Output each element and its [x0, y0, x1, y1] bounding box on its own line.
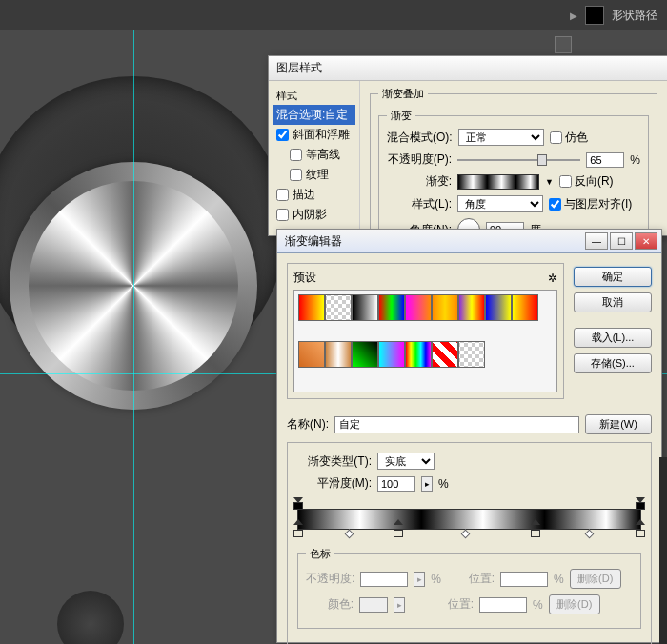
percent-label-2: %: [438, 477, 449, 491]
opacity-input[interactable]: [586, 152, 624, 168]
name-label: 名称(N):: [287, 416, 329, 433]
stop-color-location-label: 位置:: [426, 596, 474, 613]
style-label: 样式(L):: [387, 196, 452, 212]
styles-list: 样式 混合选项:自定 斜面和浮雕 等高线 纹理 描边 内阴影 内发光: [269, 81, 360, 237]
bevel-checkbox[interactable]: [276, 129, 289, 141]
gradient-preview[interactable]: [457, 174, 539, 190]
presets-group: 预设 ✲: [287, 263, 564, 399]
tool-button[interactable]: [555, 36, 572, 53]
blend-mode-select[interactable]: 正常: [458, 129, 544, 146]
ok-button[interactable]: 确定: [574, 267, 652, 287]
style-select[interactable]: 角度: [457, 195, 543, 212]
play-icon[interactable]: ▶: [570, 10, 577, 21]
presets-label: 预设: [293, 270, 316, 286]
maximize-button[interactable]: ☐: [610, 232, 633, 250]
stroke-item[interactable]: 描边: [273, 185, 355, 205]
close-button[interactable]: ✕: [635, 232, 657, 250]
align-label: 与图层对齐(I): [564, 196, 632, 212]
contour-checkbox[interactable]: [290, 149, 302, 161]
gradient-bar-editor[interactable]: [297, 509, 641, 530]
preset-swatch[interactable]: [325, 341, 352, 368]
gradient-overlay-legend: 渐变叠加: [378, 87, 428, 101]
preset-swatch[interactable]: [485, 294, 512, 321]
contour-item[interactable]: 等高线: [273, 145, 355, 165]
gradient-editor-titlebar[interactable]: 渐变编辑器 — ☐ ✕: [277, 230, 661, 253]
right-panel-edge: [659, 457, 667, 644]
color-stop[interactable]: [293, 530, 303, 541]
smoothness-input[interactable]: [377, 476, 415, 492]
gear-icon[interactable]: ✲: [548, 272, 557, 285]
color-stop[interactable]: [531, 530, 540, 541]
stop-location-label: 位置:: [447, 571, 495, 587]
preset-swatch[interactable]: [352, 294, 378, 321]
align-checkbox[interactable]: [549, 198, 561, 211]
save-button[interactable]: 存储(S)...: [574, 353, 652, 373]
gradient-sub-legend: 渐变: [387, 109, 415, 123]
stroke-checkbox[interactable]: [276, 189, 289, 201]
preset-swatch[interactable]: [405, 294, 432, 321]
preset-swatch[interactable]: [512, 294, 538, 321]
top-toolbar: ▶ 形状路径: [0, 0, 667, 30]
opacity-stop[interactable]: [293, 497, 303, 509]
small-dial: [57, 591, 124, 644]
stop-location-input[interactable]: [500, 572, 548, 587]
midpoint-handle[interactable]: [344, 530, 354, 539]
stop-opacity-input[interactable]: [360, 572, 408, 587]
opacity-slider[interactable]: [457, 159, 580, 161]
preset-swatch[interactable]: [432, 341, 458, 368]
cancel-button[interactable]: 取消: [574, 292, 652, 312]
preset-swatch[interactable]: [378, 294, 405, 321]
midpoint-handle[interactable]: [461, 530, 471, 539]
smoothness-label: 平滑度(M):: [297, 475, 372, 492]
gradient-label: 渐变:: [387, 173, 452, 190]
texture-checkbox[interactable]: [290, 169, 302, 181]
gradient-bar[interactable]: [297, 509, 641, 530]
inner-shadow-checkbox[interactable]: [276, 209, 289, 221]
color-stop[interactable]: [636, 530, 645, 541]
blend-mode-label: 混合模式(O):: [387, 130, 453, 146]
smoothness-stepper[interactable]: ▸: [421, 476, 433, 492]
stop-color-swatch[interactable]: [359, 597, 388, 613]
shape-path-label: 形状路径: [612, 8, 657, 24]
preset-swatch[interactable]: [325, 294, 352, 321]
stop-opacity-stepper[interactable]: ▸: [414, 572, 425, 587]
gradient-type-label: 渐变类型(T):: [297, 453, 372, 470]
preset-swatch[interactable]: [458, 294, 485, 321]
preset-swatch[interactable]: [378, 341, 405, 368]
preset-swatch[interactable]: [458, 341, 485, 368]
name-input[interactable]: [334, 416, 579, 433]
inner-shadow-item[interactable]: 内阴影: [273, 205, 355, 225]
reverse-label: 反向(R): [575, 173, 614, 190]
minimize-button[interactable]: —: [585, 232, 608, 250]
blending-options-item[interactable]: 混合选项:自定: [273, 105, 355, 125]
dither-label: 仿色: [565, 130, 588, 146]
midpoint-handle[interactable]: [585, 530, 595, 539]
opacity-stop[interactable]: [636, 497, 645, 509]
gradient-editor-dialog: 渐变编辑器 — ☐ ✕ 预设 ✲ 确定 取消 载入(L)...: [276, 229, 662, 643]
preset-swatch-grid[interactable]: [293, 290, 557, 392]
texture-item[interactable]: 纹理: [273, 165, 355, 185]
delete-opacity-stop-button[interactable]: 删除(D): [570, 569, 621, 589]
color-stop[interactable]: [394, 530, 403, 541]
preset-swatch[interactable]: [298, 294, 325, 321]
guide-vertical: [133, 0, 134, 644]
layer-style-titlebar[interactable]: 图层样式: [269, 56, 667, 81]
load-button[interactable]: 载入(L)...: [574, 328, 652, 348]
gradient-type-select[interactable]: 实底: [377, 453, 435, 470]
gradient-properties-group: 渐变类型(T): 实底 平滑度(M): ▸ %: [287, 442, 652, 644]
reverse-checkbox[interactable]: [559, 175, 572, 188]
preset-swatch[interactable]: [405, 341, 432, 368]
preset-swatch[interactable]: [298, 341, 325, 368]
new-button[interactable]: 新建(W): [585, 414, 652, 434]
stop-color-picker[interactable]: ▸: [394, 597, 405, 613]
delete-color-stop-button[interactable]: 删除(D): [549, 594, 600, 614]
dither-checkbox[interactable]: [550, 131, 562, 144]
preset-swatch[interactable]: [352, 341, 378, 368]
color-swatch[interactable]: [585, 6, 604, 25]
bevel-item[interactable]: 斜面和浮雕: [273, 125, 355, 145]
dropdown-arrow-icon[interactable]: ▼: [545, 177, 554, 187]
opacity-label: 不透明度(P):: [387, 151, 452, 168]
styles-header[interactable]: 样式: [273, 87, 355, 105]
preset-swatch[interactable]: [432, 294, 458, 321]
stop-color-location-input[interactable]: [479, 597, 527, 613]
